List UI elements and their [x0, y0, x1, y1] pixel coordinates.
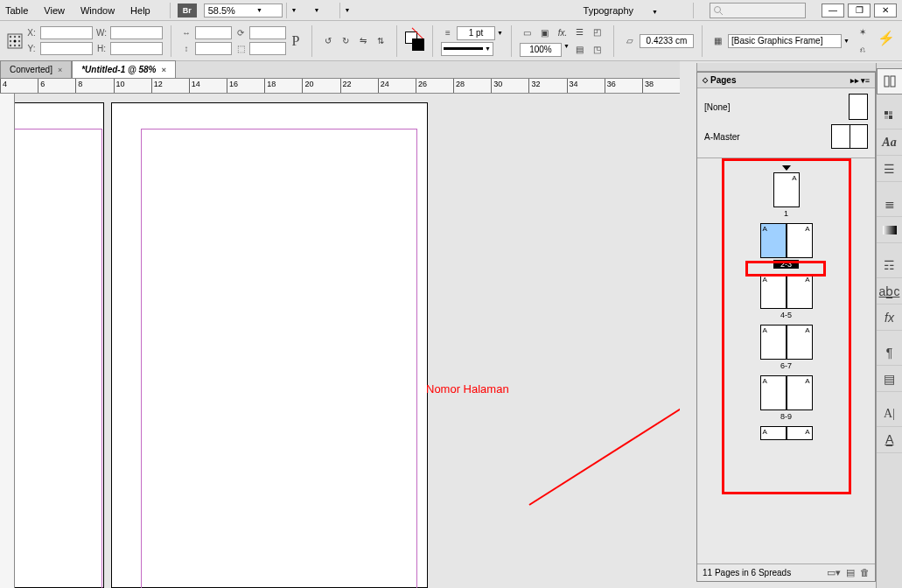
menu-window[interactable]: Window	[80, 5, 115, 16]
x-position-field[interactable]	[40, 26, 93, 39]
pages-panel: ◇ Pages ▸▸▾≡ [None] A-Master A1AA2-3AA4-…	[696, 72, 876, 582]
page-thumb[interactable]: A	[787, 375, 813, 410]
delete-page-icon[interactable]: 🗑	[860, 567, 870, 578]
text-wrap-panel-icon[interactable]: ▤	[877, 366, 903, 392]
master-badge: A	[763, 428, 767, 436]
gradient-panel-icon[interactable]	[877, 217, 903, 243]
svg-point-5	[715, 6, 721, 12]
master-none-thumb[interactable]	[849, 94, 868, 120]
rotate-90-ccw-icon[interactable]: ↺	[320, 33, 336, 49]
svg-point-15	[14, 44, 16, 46]
char-type-p-icon[interactable]: P	[288, 33, 304, 49]
page-thumb[interactable]: A	[787, 325, 813, 360]
collapse-icon[interactable]: ▸▸	[850, 76, 859, 85]
master-none-row[interactable]: [None]	[704, 92, 868, 122]
close-button[interactable]: ✕	[874, 4, 897, 18]
clear-overrides-icon[interactable]: ⎌	[855, 42, 871, 58]
page-thumb[interactable]: A	[787, 274, 813, 309]
panel-dock: Aa ☰ ≣ ☶ ab̲c fx ¶ ▤ A| A̲	[876, 63, 902, 588]
master-a-label: A-Master	[704, 132, 831, 142]
arrange-documents-icon[interactable]: ▼	[346, 2, 365, 19]
edit-page-size-icon[interactable]: ▭▾	[827, 567, 841, 578]
paragraph-panel-icon[interactable]: ¶	[877, 340, 903, 366]
svg-point-10	[18, 35, 20, 37]
document-tab[interactable]: Converted]×	[0, 60, 72, 78]
master-a-thumb[interactable]	[831, 124, 868, 149]
y-position-field[interactable]	[40, 42, 93, 55]
shear-field[interactable]	[249, 42, 286, 55]
pages-panel-header[interactable]: ◇ Pages ▸▸▾≡	[697, 73, 875, 88]
text-wrap-around-icon[interactable]: ▤	[572, 42, 588, 58]
page-thumb[interactable]: A	[760, 274, 787, 309]
corner-options-icon[interactable]: ◰	[590, 24, 605, 40]
text-wrap-icon[interactable]: ☰	[572, 24, 588, 40]
quick-apply-icon[interactable]: ✶	[855, 24, 871, 40]
page-thumb[interactable]: A	[760, 325, 787, 360]
object-style-dropdown[interactable]: [Basic Graphics Frame]	[728, 34, 842, 48]
horizontal-ruler[interactable]: 468101214161820222426283032343638	[0, 79, 680, 94]
scale-x-field[interactable]	[195, 26, 232, 39]
master-a-row[interactable]: A-Master	[704, 122, 868, 151]
panel-collapse-strip[interactable]: ◀◀ ×	[696, 63, 902, 72]
fill-stroke-swatch[interactable]	[405, 32, 424, 51]
flip-horizontal-icon[interactable]: ⇋	[355, 33, 371, 49]
story-panel-icon[interactable]: ☶	[877, 252, 903, 278]
search-input[interactable]	[710, 3, 806, 18]
screen-mode-icon[interactable]: ▼	[315, 2, 334, 19]
vertical-ruler[interactable]	[0, 94, 15, 588]
pages-panel-icon[interactable]	[877, 68, 903, 94]
glyphs-panel-icon[interactable]: ab̲c	[877, 278, 903, 304]
new-page-icon[interactable]: ▤	[846, 567, 855, 578]
frame-edge-icon[interactable]: ▱	[622, 33, 638, 49]
effects-panel-icon[interactable]: fx	[877, 304, 903, 331]
annotation-arrow	[437, 382, 680, 522]
align-panel-icon[interactable]: A̲	[877, 427, 903, 453]
page-thumb[interactable]: A	[760, 375, 787, 410]
auto-fit-icon[interactable]: ▭	[520, 25, 535, 41]
minimize-button[interactable]: —	[822, 4, 844, 18]
master-badge: A	[763, 276, 767, 284]
zoom-level-dropdown[interactable]: 58.5%▼	[204, 4, 283, 18]
tab-label: Converted]	[10, 65, 52, 74]
close-tab-icon[interactable]: ×	[162, 66, 166, 74]
close-tab-icon[interactable]: ×	[58, 66, 62, 74]
stroke-style-dropdown[interactable]: ▼	[441, 42, 493, 56]
menu-table[interactable]: Table	[5, 5, 28, 16]
page-thumb[interactable]: A	[787, 223, 813, 258]
menu-help[interactable]: Help	[130, 5, 150, 16]
rotate-90-cw-icon[interactable]: ↻	[338, 33, 353, 49]
page-thumb[interactable]: A	[760, 223, 787, 258]
flip-vertical-icon[interactable]: ⇅	[373, 33, 388, 49]
page-thumb[interactable]: A	[773, 172, 800, 207]
page-thumb[interactable]: A	[760, 426, 787, 440]
scale-y-field[interactable]	[195, 42, 232, 55]
stroke-weight-field[interactable]: 1 pt	[457, 26, 495, 40]
character-styles-icon[interactable]: Aa	[877, 130, 903, 156]
swatches-panel-icon[interactable]	[877, 103, 903, 130]
svg-point-14	[10, 44, 11, 46]
reference-point-icon[interactable]	[7, 33, 23, 49]
bridge-icon[interactable]: Br	[178, 4, 197, 18]
maximize-button[interactable]: ❐	[848, 4, 871, 18]
quick-apply-bolt-icon[interactable]: ⚡	[878, 30, 895, 46]
paragraph-styles-icon[interactable]: ☰	[877, 156, 903, 182]
stroke-panel-icon[interactable]: ≣	[877, 191, 903, 217]
rotate-field[interactable]	[249, 26, 286, 39]
character-panel-icon[interactable]: A|	[877, 401, 903, 427]
width-field[interactable]	[110, 26, 163, 39]
height-field[interactable]	[110, 42, 163, 55]
corner-radius-field[interactable]: 0.4233 cm	[640, 34, 694, 48]
panel-menu-icon[interactable]: ▾≡	[861, 76, 870, 85]
pasteboard[interactable]: Nomor Halaman	[15, 94, 680, 588]
document-tab-active[interactable]: *Untitled-1 @ 58%×	[72, 60, 176, 78]
corner-shape-icon[interactable]: ◳	[590, 42, 605, 58]
workspace-switcher[interactable]: Typography ▼	[584, 5, 674, 16]
fill-frame-icon[interactable]: ▣	[537, 25, 553, 41]
page-thumb[interactable]: A	[787, 426, 813, 440]
annotation-text: Nomor Halaman	[426, 382, 509, 396]
pages-list[interactable]: A1AA2-3AA4-5AA6-7AA8-9AA	[697, 158, 875, 564]
menu-view[interactable]: View	[44, 5, 65, 16]
effects-icon[interactable]: fx.	[555, 25, 570, 41]
opacity-field[interactable]: 100%	[520, 43, 562, 57]
view-options-icon[interactable]: ▼	[292, 2, 311, 19]
